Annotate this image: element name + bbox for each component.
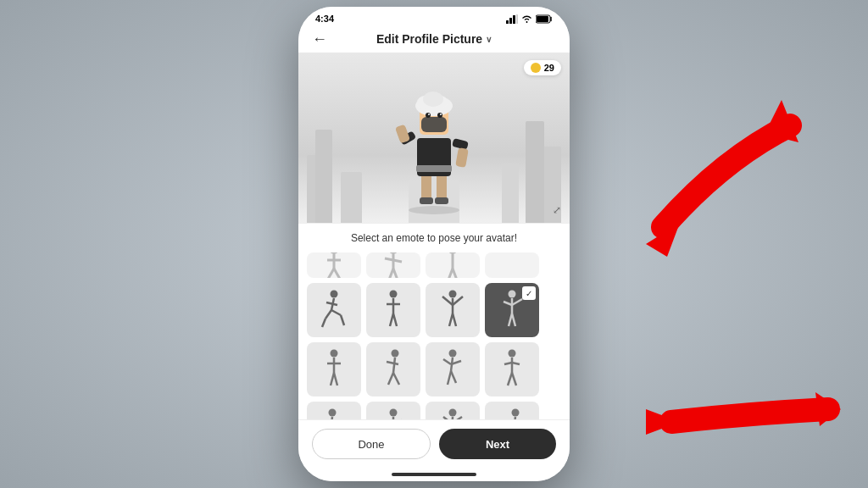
emote-cell-1-arms-up[interactable] [426, 283, 480, 337]
svg-line-55 [442, 297, 453, 305]
svg-line-36 [393, 269, 398, 278]
svg-point-92 [390, 409, 398, 417]
svg-rect-5 [537, 16, 548, 22]
status-bar: 4:34 [298, 7, 570, 27]
svg-point-21 [423, 92, 443, 107]
emote-row-3 [307, 402, 561, 419]
svg-point-65 [331, 350, 338, 358]
home-bar [392, 473, 476, 476]
svg-line-62 [512, 299, 522, 305]
header-title-text: Edit Profile Picture [376, 32, 482, 46]
svg-point-104 [512, 409, 520, 417]
svg-point-98 [449, 409, 457, 417]
svg-line-64 [512, 313, 515, 326]
dropdown-chevron[interactable]: ∨ [486, 35, 492, 44]
svg-line-105 [514, 417, 515, 419]
svg-line-86 [512, 373, 516, 385]
svg-line-43 [326, 302, 337, 305]
emote-cell-partial-3[interactable] [426, 252, 480, 278]
emote-cell-1-kick[interactable] [307, 283, 361, 337]
next-button[interactable]: Next [439, 429, 556, 459]
svg-point-6 [409, 206, 459, 214]
emote-cell-2-4[interactable] [485, 342, 539, 396]
svg-line-31 [334, 269, 341, 278]
svg-line-71 [393, 358, 395, 373]
emote-cell-3-1[interactable] [307, 402, 361, 419]
bottom-bar: Done Next [298, 419, 570, 469]
svg-line-61 [504, 302, 512, 305]
emote-cell-3-2[interactable] [366, 402, 420, 419]
emote-cell-3-3[interactable] [426, 402, 480, 419]
svg-line-45 [331, 310, 341, 315]
svg-point-70 [392, 350, 399, 358]
svg-point-81 [509, 350, 516, 358]
svg-line-30 [327, 269, 334, 278]
emote-cell-2-2[interactable] [366, 342, 420, 396]
svg-line-40 [453, 269, 458, 278]
emote-cell-2-1[interactable] [307, 342, 361, 396]
svg-line-80 [451, 371, 456, 383]
svg-point-59 [509, 291, 516, 298]
expand-icon[interactable]: ⤢ [553, 204, 561, 216]
emote-cell-partial-4[interactable] [485, 252, 539, 278]
svg-point-75 [449, 350, 457, 358]
svg-rect-22 [421, 117, 447, 132]
svg-rect-7 [421, 172, 431, 202]
emote-cell-2-3[interactable] [426, 342, 480, 396]
svg-line-56 [453, 297, 463, 305]
svg-line-83 [504, 363, 512, 364]
emote-grid-section: ✓ [298, 249, 570, 419]
emote-cell-3-4[interactable] [485, 402, 539, 419]
svg-rect-9 [420, 197, 433, 204]
svg-line-99 [452, 417, 453, 419]
svg-point-27 [330, 252, 338, 254]
svg-line-84 [512, 363, 520, 364]
signal-icon [506, 14, 518, 24]
svg-line-34 [385, 258, 402, 262]
svg-line-58 [453, 313, 456, 326]
svg-line-72 [387, 362, 398, 364]
back-button[interactable]: ← [312, 30, 327, 48]
emote-cell-partial-1[interactable] [307, 252, 361, 278]
svg-rect-12 [416, 165, 452, 172]
svg-point-37 [448, 252, 457, 254]
svg-rect-0 [506, 20, 509, 24]
svg-point-87 [329, 409, 337, 417]
svg-line-100 [443, 417, 452, 419]
selected-checkmark: ✓ [522, 286, 536, 300]
avatar-preview-area: 29 [298, 53, 570, 223]
emote-cell-1-stand[interactable] [366, 283, 420, 337]
header: ← Edit Profile Picture ∨ [298, 27, 570, 53]
svg-line-69 [334, 373, 337, 385]
svg-rect-10 [435, 197, 448, 204]
svg-point-48 [390, 291, 398, 298]
svg-point-25 [428, 114, 430, 115]
svg-line-46 [322, 319, 326, 327]
home-indicator-area [298, 469, 570, 481]
emote-cell-partial-2[interactable] [366, 252, 420, 278]
status-icons [506, 14, 553, 24]
emote-cell-1-wave-selected[interactable]: ✓ [485, 283, 539, 337]
svg-rect-3 [516, 14, 518, 24]
svg-point-24 [437, 113, 442, 118]
done-button[interactable]: Done [312, 429, 431, 459]
svg-line-85 [508, 373, 512, 385]
svg-line-44 [326, 310, 331, 319]
svg-line-77 [443, 359, 451, 364]
svg-line-47 [341, 315, 344, 325]
emote-partial-row [307, 252, 561, 278]
avatar-figure [396, 87, 472, 214]
phone-frame: 4:34 [298, 7, 570, 481]
instruction-text: Select an emote to pose your avatar! [298, 223, 570, 249]
svg-point-53 [449, 291, 457, 298]
coin-count: 29 [544, 63, 554, 73]
svg-line-52 [393, 313, 397, 326]
coin-icon [531, 63, 541, 73]
svg-line-74 [393, 373, 399, 385]
svg-rect-2 [513, 15, 515, 24]
svg-point-32 [389, 252, 398, 254]
coin-badge: 29 [524, 60, 561, 75]
svg-rect-16 [455, 147, 469, 168]
wifi-icon [521, 14, 532, 23]
svg-point-23 [426, 113, 431, 118]
